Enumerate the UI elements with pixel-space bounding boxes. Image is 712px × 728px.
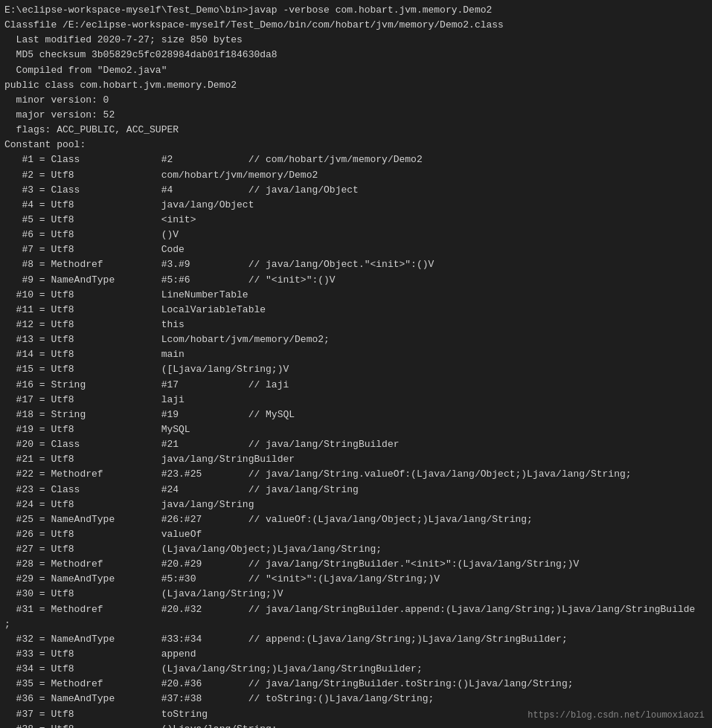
terminal-line: #23 = Class #24 // java/lang/String [4, 483, 708, 497]
terminal-line: #21 = Utf8 java/lang/StringBuilder [4, 452, 708, 467]
terminal-line: ; [4, 617, 708, 632]
terminal-line: #10 = Utf8 LineNumberTable [4, 288, 708, 303]
terminal-line: #36 = NameAndType #37:#38 // toString:()… [4, 692, 708, 706]
terminal-line: #20 = Class #21 // java/lang/StringBuild… [4, 437, 708, 452]
terminal-line: #26 = Utf8 valueOf [4, 527, 708, 542]
terminal-line: Last modified 2020-7-27; size 850 bytes [4, 33, 708, 48]
terminal-line: #24 = Utf8 java/lang/String [4, 497, 708, 512]
terminal-line: #31 = Methodref #20.#32 // java/lang/Str… [4, 602, 708, 617]
terminal-line: #18 = String #19 // MySQL [4, 408, 708, 422]
terminal-line: #12 = Utf8 this [4, 318, 708, 332]
terminal-line: #4 = Utf8 java/lang/Object [4, 198, 708, 213]
terminal-line: #28 = Methodref #20.#29 // java/lang/Str… [4, 557, 708, 572]
terminal-line: public class com.hobart.jvm.memory.Demo2 [4, 78, 708, 93]
terminal-line: #16 = String #17 // laji [4, 378, 708, 393]
terminal-line: #11 = Utf8 LocalVariableTable [4, 303, 708, 318]
terminal-line: #9 = NameAndType #5:#6 // "<init>":()V [4, 273, 708, 288]
terminal-line: Classfile /E:/eclipse-workspace-myself/T… [4, 18, 708, 33]
terminal-line: #22 = Methodref #23.#25 // java/lang/Str… [4, 467, 708, 482]
terminal-line: #30 = Utf8 (Ljava/lang/String;)V [4, 587, 708, 602]
terminal-line: Compiled from "Demo2.java" [4, 63, 708, 78]
terminal-line: #32 = NameAndType #33:#34 // append:(Lja… [4, 632, 708, 647]
terminal-line: #17 = Utf8 laji [4, 393, 708, 408]
terminal-line: flags: ACC_PUBLIC, ACC_SUPER [4, 123, 708, 138]
terminal-line: #3 = Class #4 // java/lang/Object [4, 183, 708, 198]
terminal-line: #7 = Utf8 Code [4, 242, 708, 257]
terminal-line: #2 = Utf8 com/hobart/jvm/memory/Demo2 [4, 168, 708, 183]
terminal-line: #15 = Utf8 ([Ljava/lang/String;)V [4, 362, 708, 377]
terminal-line: #38 = Utf8 ()Ljava/lang/String; [4, 722, 708, 728]
terminal-window: E:\eclipse-workspace-myself\Test_Demo\bi… [0, 0, 712, 728]
terminal-line: E:\eclipse-workspace-myself\Test_Demo\bi… [4, 3, 708, 18]
terminal-line: #33 = Utf8 append [4, 647, 708, 662]
output-lines: E:\eclipse-workspace-myself\Test_Demo\bi… [4, 3, 708, 728]
terminal-line: #6 = Utf8 ()V [4, 228, 708, 242]
terminal-line: major version: 52 [4, 108, 708, 123]
terminal-line: #27 = Utf8 (Ljava/lang/Object;)Ljava/lan… [4, 542, 708, 557]
terminal-line: #35 = Methodref #20.#36 // java/lang/Str… [4, 677, 708, 692]
terminal-line: #34 = Utf8 (Ljava/lang/String;)Ljava/lan… [4, 662, 708, 677]
terminal-line: #29 = NameAndType #5:#30 // "<init>":(Lj… [4, 572, 708, 587]
terminal-line: #14 = Utf8 main [4, 347, 708, 362]
terminal-line: #8 = Methodref #3.#9 // java/lang/Object… [4, 257, 708, 272]
terminal-line: #5 = Utf8 <init> [4, 213, 708, 228]
terminal-line: Constant pool: [4, 138, 708, 152]
terminal-line: minor version: 0 [4, 93, 708, 108]
terminal-line: #19 = Utf8 MySQL [4, 422, 708, 437]
watermark: https://blog.csdn.net/loumoxiaozi [527, 710, 705, 721]
terminal-line: #25 = NameAndType #26:#27 // valueOf:(Lj… [4, 512, 708, 527]
terminal-line: #1 = Class #2 // com/hobart/jvm/memory/D… [4, 152, 708, 167]
terminal-line: #13 = Utf8 Lcom/hobart/jvm/memory/Demo2; [4, 332, 708, 347]
terminal-line: MD5 checksum 3b05829c5fc028984dab01f1846… [4, 48, 708, 62]
